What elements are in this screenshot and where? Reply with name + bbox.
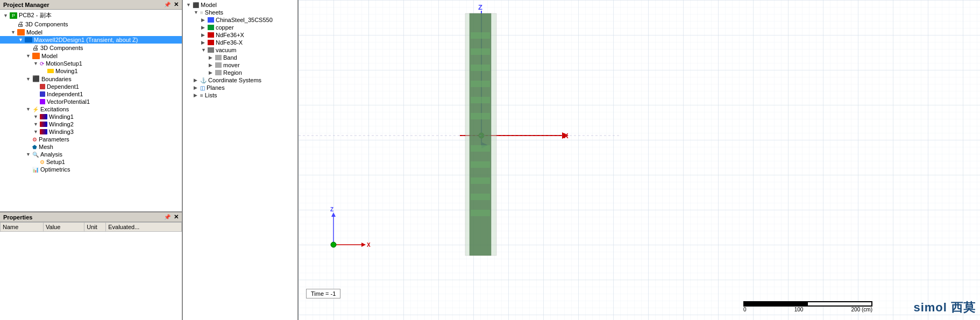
svg-text:X: X bbox=[564, 132, 569, 140]
3dcomp-label: 3D Components bbox=[25, 21, 68, 27]
vectorpotential1-label: VectorPotential1 bbox=[47, 98, 90, 105]
svg-rect-18 bbox=[471, 194, 490, 200]
pcb2-label: PCB2 - 副本 bbox=[19, 11, 52, 19]
project-manager-panel: Project Manager 📌 ✕ ▼ P PCB2 - 副本 bbox=[0, 0, 182, 212]
col-evaluated: Evaluated... bbox=[106, 223, 182, 232]
svg-rect-1 bbox=[299, 0, 980, 320]
model-tree-item-band[interactable]: ▶ Band bbox=[183, 54, 297, 61]
tree-item-pcb2[interactable]: ▼ P PCB2 - 副本 bbox=[0, 11, 182, 20]
model-tree-item-lists[interactable]: ▶ ≡ Lists bbox=[183, 91, 297, 99]
tree-item-mesh[interactable]: ⬟ Mesh bbox=[0, 143, 182, 151]
tree-item-independent1[interactable]: Independent1 bbox=[0, 90, 182, 98]
winding2-label: Winding2 bbox=[49, 121, 74, 127]
properties-panel: Properties 📌 ✕ Name Value Unit E bbox=[0, 212, 182, 320]
tree-item-winding3[interactable]: ▼ Winding3 bbox=[0, 128, 182, 136]
tree-item-vectorpotential1[interactable]: VectorPotential1 bbox=[0, 98, 182, 105]
planes-label: Planes bbox=[207, 84, 225, 91]
svg-rect-12 bbox=[471, 81, 490, 87]
tree-item-excitations[interactable]: ▼ ⚡ Excitations bbox=[0, 105, 182, 113]
mesh-label: Mesh bbox=[39, 144, 53, 150]
scale-label-0: 0 bbox=[743, 307, 747, 312]
chinasteel-label: ChinaSteel_35CS550 bbox=[216, 17, 273, 23]
svg-text:Z: Z bbox=[330, 207, 333, 212]
properties-header: Properties 📌 ✕ bbox=[0, 212, 182, 222]
model-label: Model bbox=[201, 2, 217, 8]
tree-item-winding1[interactable]: ▼ Winding1 bbox=[0, 113, 182, 120]
svg-rect-16 bbox=[471, 161, 490, 168]
tree-item-boundaries[interactable]: ▼ ⬛ Boundaries bbox=[0, 75, 182, 83]
ndfe36plus-label: NdFe36+X bbox=[216, 32, 244, 38]
tree-item-winding2[interactable]: ▼ Winding2 bbox=[0, 120, 182, 128]
tree-item-maxwell[interactable]: ▼ Maxwell2DDesign1 (Transient, about Z) bbox=[0, 36, 182, 44]
maxwell-label: Maxwell2DDesign1 (Transient, about Z) bbox=[34, 37, 138, 43]
close-icon[interactable]: ✕ bbox=[174, 1, 179, 8]
properties-table: Name Value Unit Evaluated... bbox=[0, 222, 182, 232]
viewport-grid-svg: Z X bbox=[299, 0, 980, 320]
region-label: Region bbox=[223, 69, 242, 76]
vacuum-label: vacuum bbox=[216, 47, 237, 53]
dependent1-label: Dependent1 bbox=[47, 83, 79, 90]
tree-item-parameters[interactable]: ⚙ Parameters bbox=[0, 136, 182, 143]
sheets-label: Sheets bbox=[205, 9, 223, 16]
coordsys-label: Coordinate Systems bbox=[208, 77, 261, 83]
model-tree-item-mover[interactable]: ▶ mover bbox=[183, 61, 297, 69]
tree-item-3dcomp2[interactable]: 🖨 3D Components bbox=[0, 44, 182, 52]
winding3-label: Winding3 bbox=[49, 129, 74, 135]
left-panel: Project Manager 📌 ✕ ▼ P PCB2 - 副本 bbox=[0, 0, 183, 320]
tree-item-dependent1[interactable]: Dependent1 bbox=[0, 83, 182, 90]
model-tree-item-copper[interactable]: ▶ copper bbox=[183, 24, 297, 31]
properties-close-icon[interactable]: ✕ bbox=[174, 214, 179, 221]
tree-item-optimetrics[interactable]: 📊 Optimetrics bbox=[0, 166, 182, 173]
pin-icon[interactable]: 📌 bbox=[164, 2, 171, 8]
moving1-label: Moving1 bbox=[55, 68, 78, 74]
properties-table-container: Name Value Unit Evaluated... bbox=[0, 222, 182, 320]
svg-rect-13 bbox=[471, 97, 490, 103]
model2-label: Model bbox=[41, 53, 58, 59]
boundaries-label: Boundaries bbox=[41, 76, 72, 82]
model-tree-item-vacuum[interactable]: ▼ vacuum bbox=[183, 46, 297, 54]
lists-label: Lists bbox=[205, 92, 217, 98]
model-tree-item-ndfe36plus[interactable]: ▶ NdFe36+X bbox=[183, 31, 297, 39]
scale-label-100: 100 bbox=[794, 307, 804, 312]
tree-item-moving1[interactable]: Moving1 bbox=[0, 67, 182, 75]
ndfe36minus-label: NdFe36-X bbox=[216, 39, 243, 46]
tree-item-motionsetup[interactable]: ▼ ⟳ MotionSetup1 bbox=[0, 60, 182, 67]
svg-rect-10 bbox=[471, 48, 490, 55]
col-value: Value bbox=[44, 223, 84, 232]
simol-watermark: simol 西莫 bbox=[913, 300, 976, 316]
svg-rect-15 bbox=[471, 145, 490, 152]
project-tree[interactable]: ▼ P PCB2 - 副本 🖨 3D Components ▼ bbox=[0, 10, 182, 211]
model-tree-item-region[interactable]: ▶ Region bbox=[183, 69, 297, 76]
tree-item-model-root[interactable]: ▼ Model bbox=[0, 29, 182, 36]
excitations-label: Excitations bbox=[40, 106, 69, 112]
setup1-label: Setup1 bbox=[46, 159, 65, 165]
motionsetup-label: MotionSetup1 bbox=[46, 60, 82, 67]
tree-item-model2[interactable]: ▼ Model bbox=[0, 52, 182, 60]
model-tree-panel: ▼ ⬛ Model ▼ ≡ Sheets ▶ ChinaSteel_35CS55… bbox=[183, 0, 299, 320]
model-tree-content[interactable]: ▼ ⬛ Model ▼ ≡ Sheets ▶ ChinaSteel_35CS55… bbox=[183, 0, 297, 320]
tree-item-analysis[interactable]: ▼ 🔍 Analysis bbox=[0, 151, 182, 158]
model-tree-item-coordsys[interactable]: ▶ ⚓ Coordinate Systems bbox=[183, 76, 297, 84]
svg-rect-14 bbox=[471, 113, 490, 119]
viewport[interactable]: Z X bbox=[299, 0, 980, 320]
tree-item-3dcomp[interactable]: 🖨 3D Components bbox=[0, 20, 182, 29]
project-manager-header: Project Manager 📌 ✕ bbox=[0, 0, 182, 10]
properties-pin-icon[interactable]: 📌 bbox=[164, 214, 171, 220]
properties-title: Properties bbox=[3, 214, 32, 221]
svg-rect-17 bbox=[471, 177, 490, 184]
model-tree-item-chinasteel[interactable]: ▶ ChinaSteel_35CS550 bbox=[183, 16, 297, 24]
tree-item-setup1[interactable]: ⚙ Setup1 bbox=[0, 158, 182, 166]
svg-rect-9 bbox=[471, 32, 490, 39]
col-unit: Unit bbox=[84, 223, 106, 232]
model-tree-item-planes[interactable]: ▶ ◫ Planes bbox=[183, 84, 297, 91]
model-tree-item-ndfe36minus[interactable]: ▶ NdFe36-X bbox=[183, 39, 297, 46]
svg-text:X: X bbox=[367, 242, 371, 248]
mover-label: mover bbox=[223, 62, 240, 68]
3dcomp2-label: 3D Components bbox=[40, 45, 83, 51]
svg-rect-11 bbox=[471, 65, 490, 71]
time-label: Time = -1 bbox=[306, 289, 340, 298]
model-tree-item-model[interactable]: ▼ ⬛ Model bbox=[183, 1, 297, 9]
parameters-label: Parameters bbox=[39, 136, 69, 143]
svg-text:Z: Z bbox=[478, 3, 482, 11]
model-tree-item-sheets[interactable]: ▼ ≡ Sheets bbox=[183, 9, 297, 16]
